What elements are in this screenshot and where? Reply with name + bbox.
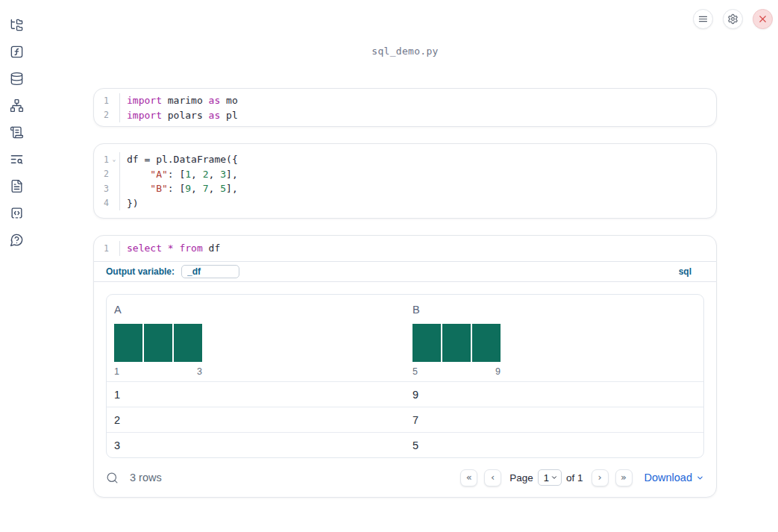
hist-max-label: 3 — [197, 366, 202, 377]
line-number: 1 — [94, 154, 109, 165]
column-label: A — [114, 304, 405, 316]
page-of-label: of 1 — [566, 472, 583, 484]
first-page-button[interactable]: « — [460, 469, 477, 486]
download-button[interactable]: Download — [644, 472, 705, 484]
dataframe-table: A 1 3 B 5 9 1 9 — [106, 294, 704, 458]
code-line: }) — [127, 196, 238, 211]
sql-cell[interactable]: 1 select * from df Output variable: sql … — [93, 235, 717, 498]
line-number: 3 — [94, 184, 109, 194]
shutdown-button[interactable] — [753, 9, 773, 29]
code-cell-dataframe[interactable]: 1⌄ 2 3 4 df = pl.DataFrame({ "A": [1, 2,… — [93, 143, 717, 219]
line-number: 2 — [94, 110, 109, 120]
variables-icon[interactable] — [10, 45, 24, 59]
hist-min-label: 1 — [114, 366, 119, 377]
data-sources-icon[interactable] — [10, 72, 24, 86]
menu-icon — [697, 13, 709, 25]
language-badge: sql — [679, 266, 691, 277]
code-line: import marimo as mo — [127, 93, 238, 108]
code-line: "B": [9, 7, 5], — [127, 181, 238, 196]
snippets-icon[interactable] — [10, 206, 24, 220]
file-explorer-icon[interactable] — [10, 18, 24, 32]
topbar-controls — [693, 9, 773, 29]
page-label: Page — [509, 472, 533, 484]
chevron-down-icon — [550, 474, 558, 481]
fold-chevron-icon[interactable]: ⌄ — [109, 156, 119, 163]
hist-max-label: 9 — [495, 366, 501, 377]
help-icon[interactable] — [10, 233, 24, 247]
line-number: 2 — [94, 169, 109, 179]
prev-page-button[interactable]: ‹ — [484, 469, 501, 486]
line-number: 1 — [94, 243, 109, 254]
code-editor[interactable]: 1 2 import marimo as mo import polars as… — [94, 93, 716, 122]
cell-value: 3 — [107, 439, 405, 451]
menu-button[interactable] — [693, 9, 713, 29]
line-number-gutter: 1 2 — [94, 93, 120, 122]
documentation-icon[interactable] — [10, 179, 24, 193]
settings-button[interactable] — [723, 9, 743, 29]
column-header-b[interactable]: B 5 9 — [405, 295, 703, 381]
chevron-down-icon — [696, 474, 704, 482]
output-variable-label: Output variable: — [106, 266, 175, 277]
cell-value: 5 — [405, 439, 703, 451]
line-number-gutter: 1 — [94, 241, 120, 256]
cell-value: 7 — [405, 414, 703, 426]
row-count: 3 rows — [130, 472, 162, 484]
logs-icon[interactable] — [10, 125, 24, 140]
scratchpad-search-icon[interactable] — [10, 152, 24, 166]
code-line: select * from df — [127, 241, 220, 256]
histogram[interactable] — [412, 324, 703, 362]
search-icon[interactable] — [106, 472, 119, 484]
table-row[interactable]: 1 9 — [107, 381, 703, 407]
code-line: "A": [1, 2, 3], — [127, 167, 238, 182]
line-number: 4 — [94, 198, 109, 208]
last-page-button[interactable]: » — [615, 469, 633, 486]
sql-editor[interactable]: 1 select * from df — [94, 241, 716, 256]
line-number: 1 — [94, 96, 109, 106]
cell-value: 1 — [107, 389, 405, 401]
table-row[interactable]: 2 7 — [107, 407, 703, 432]
column-header-a[interactable]: A 1 3 — [107, 295, 405, 381]
page-select-value: 1 — [544, 472, 549, 484]
line-number-gutter: 1⌄ 2 3 4 — [94, 152, 120, 210]
code-editor[interactable]: 1⌄ 2 3 4 df = pl.DataFrame({ "A": [1, 2,… — [94, 152, 716, 210]
table-header: A 1 3 B 5 9 — [107, 295, 703, 381]
output-variable-row: Output variable: sql — [94, 261, 716, 281]
hist-min-label: 5 — [412, 366, 418, 377]
histogram[interactable] — [114, 324, 405, 362]
cell-value: 2 — [107, 414, 405, 426]
code-cell-imports[interactable]: 1 2 import marimo as mo import polars as… — [93, 88, 717, 127]
cell-output: A 1 3 B 5 9 1 9 — [94, 281, 716, 496]
dependency-graph-icon[interactable] — [10, 98, 24, 113]
helper-sidebar — [0, 0, 33, 532]
close-icon — [757, 13, 768, 25]
code-line: df = pl.DataFrame({ — [127, 152, 238, 167]
table-footer: 3 rows « ‹ Page 1 of 1 › » Download — [106, 464, 704, 491]
column-label: B — [412, 304, 703, 316]
cell-value: 9 — [405, 389, 703, 401]
code-line: import polars as pl — [127, 108, 238, 123]
download-label: Download — [644, 472, 693, 484]
gear-icon — [727, 13, 738, 25]
next-page-button[interactable]: › — [592, 469, 609, 486]
output-variable-input[interactable] — [181, 265, 239, 278]
notebook-filename[interactable]: sql_demo.py — [93, 46, 717, 57]
page-select[interactable]: 1 — [538, 469, 562, 486]
table-row[interactable]: 3 5 — [107, 432, 703, 457]
